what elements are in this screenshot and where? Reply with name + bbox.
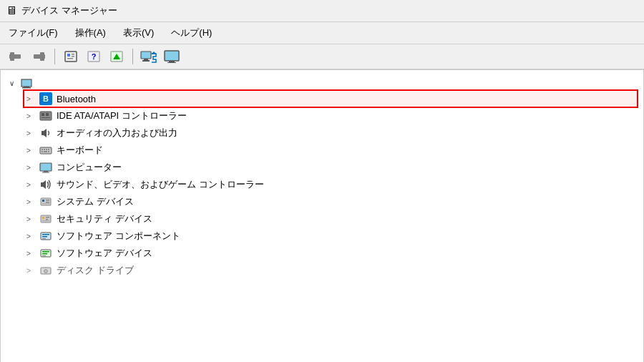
svg-rect-8 xyxy=(72,56,74,57)
svg-rect-32 xyxy=(48,149,49,150)
main-content: ∨ > B Bluetooth > xyxy=(0,69,644,362)
update-driver-button[interactable] xyxy=(139,47,159,66)
svg-rect-33 xyxy=(42,151,43,152)
root-icon xyxy=(21,77,34,89)
back-button[interactable] xyxy=(6,47,26,66)
device-software-component[interactable]: > ソフトウェア コンポーネント xyxy=(24,228,638,245)
menu-file[interactable]: ファイル(F) xyxy=(6,25,61,41)
security-icon xyxy=(39,212,52,225)
svg-marker-39 xyxy=(41,180,46,189)
system-chevron: > xyxy=(26,198,35,206)
disk-chevron: > xyxy=(26,267,35,275)
device-keyboard[interactable]: > キーボード xyxy=(24,142,638,159)
scan-button[interactable] xyxy=(107,47,127,66)
svg-rect-4 xyxy=(65,52,77,62)
svg-marker-16 xyxy=(151,52,157,54)
ide-icon xyxy=(39,109,52,122)
audio-icon xyxy=(39,127,52,140)
title-bar: 🖥 デバイス マネージャー xyxy=(0,0,644,22)
svg-rect-20 xyxy=(21,79,31,87)
svg-rect-52 xyxy=(42,236,47,238)
forward-button[interactable] xyxy=(29,47,49,66)
svg-rect-18 xyxy=(169,61,175,62)
system-label: システム デバイス xyxy=(57,195,134,208)
svg-rect-49 xyxy=(42,220,49,221)
svg-rect-36 xyxy=(40,163,52,171)
software-component-label: ソフトウェア コンポーネント xyxy=(57,230,180,243)
svg-point-60 xyxy=(45,270,47,272)
root-node[interactable]: ∨ xyxy=(6,76,638,90)
security-label: セキュリティ デバイス xyxy=(57,212,152,225)
ide-chevron: > xyxy=(26,112,35,120)
menu-view[interactable]: 表示(V) xyxy=(120,25,157,41)
svg-rect-31 xyxy=(46,149,47,150)
svg-rect-13 xyxy=(141,52,151,59)
audio-chevron: > xyxy=(26,129,35,137)
svg-text:?: ? xyxy=(92,52,97,61)
software-icon xyxy=(39,247,52,260)
software-chevron: > xyxy=(26,250,35,258)
device-bluetooth[interactable]: > B Bluetooth xyxy=(24,90,638,107)
menu-help[interactable]: ヘルプ(H) xyxy=(168,25,215,41)
device-computer[interactable]: > コンピューター xyxy=(24,159,638,176)
software-component-icon xyxy=(39,230,52,243)
properties-button[interactable] xyxy=(61,47,81,66)
menu-action[interactable]: 操作(A) xyxy=(72,25,109,41)
device-security[interactable]: > セキュリティ デバイス xyxy=(24,210,638,228)
audio-label: オーディオの入力および出力 xyxy=(57,127,177,140)
svg-rect-43 xyxy=(46,202,49,203)
disk-icon xyxy=(39,264,52,277)
svg-rect-30 xyxy=(44,149,45,150)
svg-rect-46 xyxy=(42,217,44,219)
sound-chevron: > xyxy=(26,181,35,189)
computer-chevron: > xyxy=(26,164,35,172)
svg-rect-26 xyxy=(42,117,50,118)
device-tree: ∨ > B Bluetooth > xyxy=(1,73,643,282)
toolbar: ? xyxy=(0,44,644,69)
svg-rect-41 xyxy=(42,200,44,202)
svg-rect-48 xyxy=(46,219,48,220)
svg-rect-44 xyxy=(42,203,49,204)
device-ide[interactable]: > IDE ATA/ATAPI コントローラー xyxy=(24,107,638,124)
svg-rect-6 xyxy=(67,58,73,59)
security-chevron: > xyxy=(26,215,35,223)
svg-rect-15 xyxy=(142,60,150,62)
svg-rect-51 xyxy=(42,234,49,235)
svg-rect-14 xyxy=(144,59,148,60)
computer-label: コンピューター xyxy=(57,161,122,174)
svg-rect-7 xyxy=(72,54,74,55)
svg-rect-24 xyxy=(42,113,44,116)
svg-rect-29 xyxy=(42,149,43,150)
sound-label: サウンド、ビデオ、およびゲーム コントローラー xyxy=(57,178,264,191)
toolbar-sep-2 xyxy=(132,49,133,64)
system-icon xyxy=(39,195,52,208)
device-sound[interactable]: > サウンド、ビデオ、およびゲーム コントローラー xyxy=(24,176,638,193)
keyboard-chevron: > xyxy=(26,147,35,155)
ide-label: IDE ATA/ATAPI コントローラー xyxy=(57,109,187,122)
device-audio[interactable]: > オーディオの入力および出力 xyxy=(24,124,638,142)
bluetooth-label: Bluetooth xyxy=(57,94,96,104)
svg-rect-38 xyxy=(42,172,49,173)
device-disk[interactable]: > ディスク ドライブ xyxy=(24,262,638,279)
svg-rect-42 xyxy=(46,200,49,201)
keyboard-icon xyxy=(39,144,52,157)
svg-rect-56 xyxy=(42,253,47,255)
svg-rect-17 xyxy=(165,51,179,61)
device-software[interactable]: > ソフトウェア デバイス xyxy=(24,245,638,262)
help-button[interactable]: ? xyxy=(84,47,104,66)
svg-rect-1 xyxy=(10,52,14,61)
title-bar-icon: 🖥 xyxy=(6,4,17,17)
root-chevron: ∨ xyxy=(9,79,18,87)
sound-icon xyxy=(39,178,52,191)
svg-rect-47 xyxy=(46,217,49,218)
bluetooth-chevron: > xyxy=(26,95,35,103)
svg-rect-25 xyxy=(46,113,49,116)
monitor-button[interactable] xyxy=(162,47,182,66)
disk-label: ディスク ドライブ xyxy=(57,264,134,277)
svg-rect-28 xyxy=(40,147,52,154)
device-system[interactable]: > システム デバイス xyxy=(24,193,638,210)
svg-rect-57 xyxy=(42,255,46,256)
svg-rect-34 xyxy=(44,151,47,152)
svg-rect-55 xyxy=(42,251,49,253)
device-list: > B Bluetooth > IDE ATA/ATAPI コントローラー xyxy=(6,90,638,279)
